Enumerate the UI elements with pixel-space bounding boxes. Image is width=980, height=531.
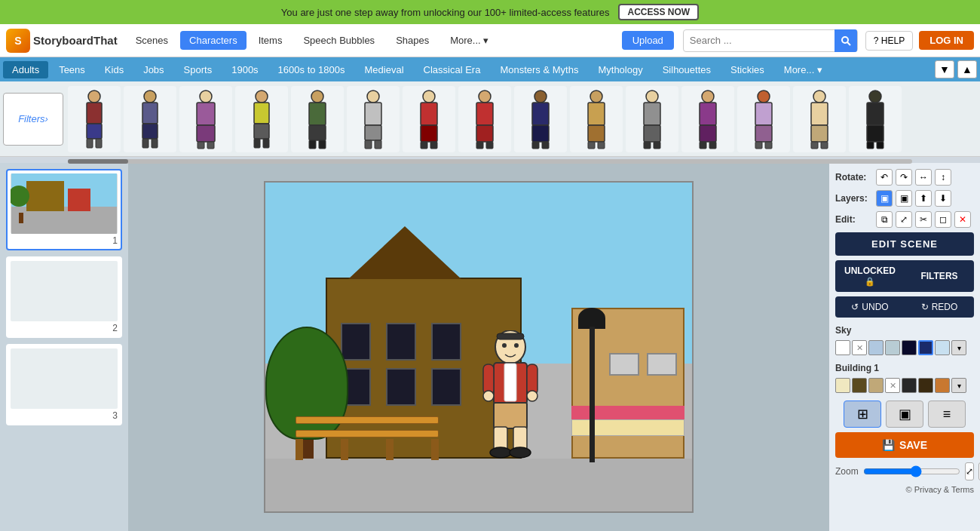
layer-back-btn[interactable]: ▣ — [896, 190, 912, 207]
zoom-fit-btn[interactable]: ⤢ — [965, 462, 974, 480]
resize-btn[interactable]: ⤢ — [896, 211, 912, 228]
help-button[interactable]: ? HELP — [865, 31, 913, 51]
tab-adults[interactable]: Adults — [3, 61, 48, 78]
svg-rect-93 — [494, 403, 527, 428]
building-color-dropdown[interactable]: ▾ — [951, 378, 966, 393]
building-color-tan[interactable] — [868, 378, 884, 393]
sky-color-gray-blue[interactable] — [885, 340, 900, 355]
nav-shapes[interactable]: Shapes — [387, 31, 438, 50]
svg-rect-39 — [476, 125, 493, 142]
tab-silhouettes[interactable]: Silhouettes — [654, 61, 720, 78]
character-item[interactable] — [124, 86, 176, 152]
nav-speech-bubbles[interactable]: Speech Bubbles — [294, 31, 384, 50]
character-item[interactable] — [458, 86, 511, 152]
access-now-button[interactable]: ACCESS NOW — [618, 4, 699, 20]
building-color-dark-brown[interactable] — [852, 378, 867, 393]
character-item[interactable] — [737, 86, 790, 152]
tab-jobs[interactable]: Jobs — [134, 61, 173, 78]
tab-teens[interactable]: Teens — [50, 61, 94, 78]
character-item[interactable] — [514, 86, 567, 152]
erase-btn[interactable]: ◻ — [935, 211, 951, 228]
character-item[interactable] — [403, 86, 455, 152]
privacy-link[interactable]: © Privacy & Terms — [835, 485, 974, 494]
sky-color-dark-navy[interactable] — [902, 340, 917, 355]
search-button[interactable] — [835, 29, 857, 52]
sky-color-light-blue[interactable] — [868, 340, 884, 355]
character-item[interactable] — [179, 86, 232, 152]
tab-1600s[interactable]: 1600s to 1800s — [269, 61, 354, 78]
tab-kids[interactable]: Kids — [96, 61, 133, 78]
sky-color-navy-selected[interactable] — [918, 340, 933, 355]
crop-btn[interactable]: ✂ — [915, 211, 932, 228]
character-item[interactable] — [68, 86, 121, 152]
copy-btn[interactable]: ⧉ — [876, 211, 893, 228]
building-color-orange-brown[interactable] — [935, 378, 950, 393]
layout-single-btn[interactable]: ▣ — [886, 401, 923, 428]
upload-button[interactable]: Upload — [622, 31, 674, 50]
character-item[interactable] — [793, 86, 846, 152]
nav-scenes[interactable]: Scenes — [127, 31, 177, 50]
tab-more-categories[interactable]: More... ▾ — [775, 61, 831, 78]
layout-grid-btn[interactable]: ⊞ — [844, 401, 881, 428]
rotate-left-btn[interactable]: ↶ — [876, 169, 893, 186]
nav-characters[interactable]: Characters — [180, 31, 247, 50]
save-button[interactable]: 💾 SAVE — [835, 432, 974, 458]
tab-stickies[interactable]: Stickies — [721, 61, 773, 78]
undo-button[interactable]: ↺ UNDO — [835, 296, 905, 318]
slide-thumbnail[interactable]: 2 — [6, 256, 122, 338]
building-color-none[interactable]: ✕ — [885, 378, 900, 393]
character-item[interactable] — [849, 86, 902, 152]
layer-front-btn[interactable]: ▣ — [876, 190, 893, 207]
layer-backward-btn[interactable]: ⬇ — [935, 190, 951, 207]
search-icon — [841, 35, 851, 46]
search-input[interactable] — [684, 35, 835, 46]
layer-forward-btn[interactable]: ⬆ — [915, 190, 932, 207]
rotate-right-btn[interactable]: ↷ — [896, 169, 912, 186]
character-item[interactable] — [570, 86, 623, 152]
nav-items[interactable]: Items — [250, 31, 292, 50]
flip-v-btn[interactable]: ↕ — [935, 169, 951, 186]
redo-button[interactable]: ↻ REDO — [905, 296, 974, 318]
character-item[interactable] — [626, 86, 678, 152]
character-item[interactable] — [235, 86, 288, 152]
scene-canvas[interactable] — [264, 181, 694, 513]
horizontal-scrollbar[interactable] — [68, 159, 912, 164]
tab-mythology[interactable]: Mythology — [589, 61, 651, 78]
unlocked-button[interactable]: UNLOCKED 🔒 — [835, 260, 905, 292]
svg-rect-30 — [365, 140, 372, 149]
scroll-right-arrow[interactable]: ▲ — [957, 60, 977, 78]
character-item[interactable] — [681, 86, 734, 152]
layout-list-btn[interactable]: ≡ — [928, 401, 966, 428]
scrollbar-thumb[interactable] — [68, 159, 128, 164]
filters-right-button[interactable]: FILTERS — [905, 260, 974, 292]
main-character[interactable] — [480, 330, 541, 462]
svg-point-7 — [144, 91, 156, 103]
nav-more[interactable]: More... ▾ — [441, 31, 498, 50]
zoom-slider[interactable] — [863, 465, 960, 477]
character-item[interactable] — [291, 86, 344, 152]
login-button[interactable]: LOG IN — [919, 31, 974, 50]
bench — [296, 416, 439, 460]
sky-color-white[interactable] — [835, 340, 850, 355]
building-color-dark[interactable] — [902, 378, 917, 393]
sky-color-none[interactable]: ✕ — [852, 340, 867, 355]
sky-color-dropdown[interactable]: ▾ — [951, 340, 966, 355]
edit-scene-button[interactable]: EDIT SCENE — [835, 232, 974, 256]
flip-h-btn[interactable]: ↔ — [915, 169, 932, 186]
character-item[interactable] — [347, 86, 400, 152]
tab-monsters[interactable]: Monsters & Myths — [491, 61, 587, 78]
sky-color-pale-blue[interactable] — [935, 340, 950, 355]
building-color-cream[interactable] — [835, 378, 850, 393]
slide-thumbnail[interactable]: 1 — [6, 169, 122, 250]
tab-medieval[interactable]: Medieval — [356, 61, 413, 78]
scroll-left-arrow[interactable]: ▼ — [935, 60, 954, 78]
tab-sports[interactable]: Sports — [175, 61, 222, 78]
tab-1900s[interactable]: 1900s — [222, 61, 267, 78]
slide-thumbnail[interactable]: 3 — [6, 344, 122, 425]
svg-rect-38 — [476, 103, 493, 125]
building-color-dark-brown2[interactable] — [918, 378, 933, 393]
characters-list — [63, 86, 977, 152]
tab-classical[interactable]: Classical Era — [415, 61, 490, 78]
delete-btn[interactable]: ✕ — [954, 211, 971, 228]
filters-button[interactable]: Filters› — [3, 93, 63, 146]
